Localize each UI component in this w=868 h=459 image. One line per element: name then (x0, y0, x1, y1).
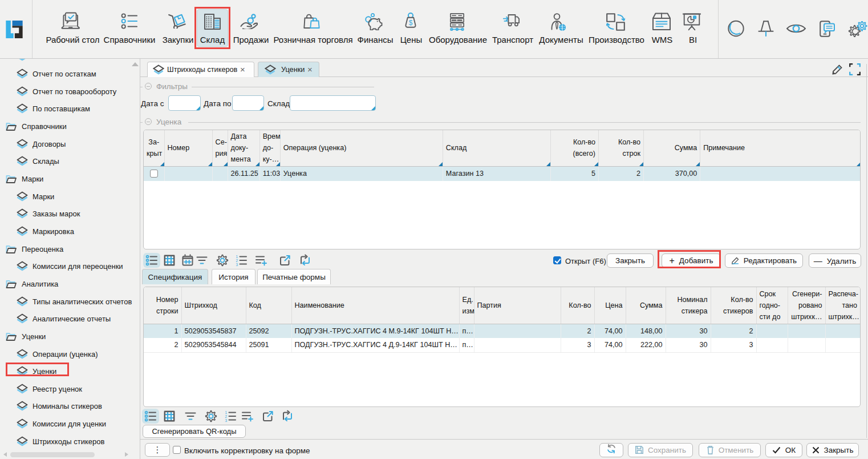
svg-text:2: 2 (225, 414, 228, 418)
svg-text:3: 3 (236, 263, 238, 267)
svg-text:1: 1 (236, 255, 238, 259)
svg-text:3: 3 (225, 418, 228, 422)
svg-text:1: 1 (225, 410, 228, 414)
svg-text:2: 2 (236, 259, 238, 263)
svg-text:$: $ (409, 19, 413, 27)
